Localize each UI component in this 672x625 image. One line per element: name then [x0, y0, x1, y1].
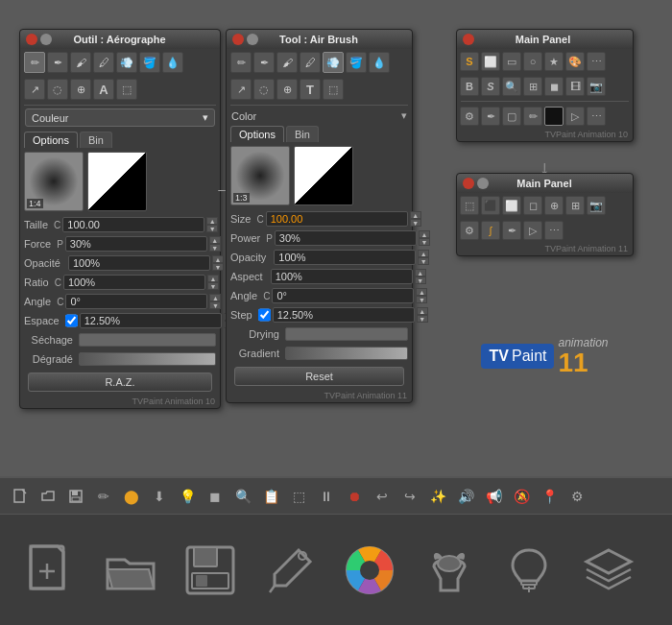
arrow-down-ratio[interactable]: ▼ — [207, 282, 219, 290]
param-arrows-aspect[interactable]: ▲ ▼ — [415, 269, 426, 284]
color-swatch-ab[interactable] — [294, 146, 353, 205]
arrow-up-taille[interactable]: ▲ — [206, 217, 218, 225]
mb-icon6[interactable]: ⊞ — [565, 196, 585, 215]
mt-icon-rect[interactable]: ⬜ — [481, 52, 500, 71]
mt-icon-s[interactable]: S — [460, 52, 479, 71]
st-transform[interactable]: ⬚ — [286, 484, 311, 509]
arrow-down-angle[interactable]: ▼ — [209, 301, 221, 309]
close-button-main-bottom[interactable] — [463, 178, 474, 189]
st-record[interactable]: ⏺ — [342, 484, 367, 509]
arrow-down-opacite[interactable]: ▼ — [212, 263, 224, 271]
mt-icon-circle[interactable]: ○ — [523, 52, 542, 71]
mt-icon-black[interactable] — [544, 107, 564, 126]
mt-icon-rect3[interactable]: ▢ — [502, 107, 521, 126]
color-dropdown[interactable]: Couleur ▾ — [25, 108, 215, 127]
blur-icon[interactable]: ◌ — [47, 79, 68, 100]
gradient-bar[interactable] — [285, 347, 408, 360]
arrow-down-size[interactable]: ▼ — [410, 219, 421, 227]
param-arrows-force[interactable]: ▲ ▼ — [209, 236, 221, 252]
arrow-up-ratio[interactable]: ▲ — [207, 275, 219, 282]
ab-fill-icon[interactable]: 🪣 — [346, 52, 367, 73]
st-light[interactable]: 💡 — [175, 484, 200, 509]
param-value-opacite[interactable] — [68, 255, 210, 271]
ab-brush-icon[interactable]: 🖌 — [276, 52, 298, 73]
arrow-up-force[interactable]: ▲ — [209, 236, 221, 244]
lt-layers[interactable] — [577, 539, 639, 601]
mt-icon-b[interactable]: B — [460, 77, 479, 96]
mt-icon-paint[interactable]: 🎨 — [565, 52, 585, 71]
param-value-aspect[interactable] — [271, 269, 413, 284]
arrow-up-size[interactable]: ▲ — [410, 211, 421, 219]
arrow-down-step[interactable]: ▼ — [417, 315, 428, 323]
param-value-force[interactable] — [65, 236, 207, 252]
st-undo[interactable]: ↩ — [370, 484, 395, 509]
param-value-ratio[interactable] — [63, 275, 205, 290]
ab-clone-icon[interactable]: ⊕ — [276, 79, 298, 100]
st-list[interactable]: 📋 — [258, 484, 283, 509]
arrow-up-power[interactable]: ▲ — [419, 230, 430, 238]
tab-options-outil[interactable]: Options — [24, 132, 78, 148]
st-new-doc[interactable] — [8, 484, 33, 509]
ink-icon[interactable]: 🖊 — [93, 52, 114, 73]
minimize-button-airbrush[interactable] — [247, 34, 258, 45]
close-button-airbrush[interactable] — [232, 34, 244, 45]
param-checkbox-step[interactable] — [258, 308, 271, 322]
ab-smear-icon[interactable]: ↗ — [230, 79, 252, 100]
mb-icon12[interactable]: ⋯ — [544, 221, 564, 240]
param-value-opacity[interactable] — [274, 250, 416, 265]
arrow-up-aspect[interactable]: ▲ — [415, 269, 426, 276]
drying-bar[interactable] — [285, 327, 408, 341]
mb-icon9[interactable]: ∫ — [481, 221, 500, 240]
st-volume[interactable]: 📢 — [481, 484, 506, 509]
arrow-down-force[interactable]: ▼ — [209, 244, 221, 252]
param-arrows-step[interactable]: ▲ ▼ — [417, 307, 428, 323]
arrow-up-ab-angle[interactable]: ▲ — [416, 288, 427, 296]
tab-options-ab[interactable]: Options — [230, 126, 284, 142]
arrow-up-step[interactable]: ▲ — [417, 307, 428, 315]
lt-stamp[interactable] — [418, 539, 480, 601]
st-save[interactable] — [63, 484, 88, 509]
lt-open-folder[interactable] — [99, 539, 161, 601]
param-value-step[interactable] — [273, 307, 415, 323]
eraser-icon[interactable]: ✒ — [47, 52, 68, 73]
mb-icon2[interactable]: ⬛ — [481, 196, 500, 215]
st-eyedropper[interactable]: ✏ — [91, 484, 116, 509]
mt-icon-rect2[interactable]: ▭ — [502, 52, 521, 71]
arrow-down-power[interactable]: ▼ — [419, 238, 430, 246]
close-button-main-top[interactable] — [463, 34, 474, 45]
color-swatch-outil[interactable] — [87, 152, 147, 211]
st-mute[interactable]: 🔕 — [509, 484, 534, 509]
ab-eye-icon[interactable]: 💧 — [369, 52, 390, 73]
arrow-down-taille[interactable]: ▼ — [206, 225, 218, 232]
arrow-up-opacite[interactable]: ▲ — [212, 255, 224, 263]
mt-icon-extra[interactable]: ⋯ — [587, 52, 606, 71]
ab-ink-icon[interactable]: 🖊 — [300, 52, 321, 73]
arrow-up-angle[interactable]: ▲ — [209, 294, 221, 301]
pencil-icon[interactable]: ✏ — [24, 52, 45, 73]
ab-pencil-icon[interactable]: ✏ — [230, 52, 252, 73]
tab-bin-outil[interactable]: Bin — [80, 132, 112, 148]
st-import[interactable]: ⬇ — [147, 484, 172, 509]
mt-icon-search[interactable]: 🔍 — [502, 77, 521, 96]
mt-icon-dots[interactable]: ⋯ — [587, 107, 606, 126]
st-audio[interactable]: 🔊 — [453, 484, 478, 509]
param-arrows-angle[interactable]: ▲ ▼ — [209, 294, 221, 309]
lt-color-wheel[interactable] — [338, 539, 400, 601]
param-value-ab-angle[interactable] — [272, 288, 414, 303]
mt-icon-cam[interactable]: 📷 — [587, 77, 606, 96]
arrow-down-aspect[interactable]: ▼ — [415, 276, 426, 284]
mb-icon7[interactable]: 📷 — [587, 196, 606, 215]
param-value-taille[interactable] — [62, 217, 204, 232]
fill-icon[interactable]: 🪣 — [139, 52, 160, 73]
param-checkbox-espace[interactable] — [65, 314, 78, 327]
st-layers[interactable]: ◼ — [203, 484, 228, 509]
param-value-size[interactable] — [266, 211, 408, 227]
arrow-down-opacity[interactable]: ▼ — [418, 257, 429, 265]
param-arrows-opacite[interactable]: ▲ ▼ — [212, 255, 224, 271]
ab-select-icon[interactable]: ⬚ — [323, 79, 344, 100]
lt-lightbulb[interactable] — [497, 539, 560, 601]
ab-text-icon[interactable]: T — [300, 79, 321, 100]
st-gear[interactable]: ⚙ — [564, 484, 589, 509]
tab-bin-ab[interactable]: Bin — [286, 126, 319, 142]
close-button[interactable] — [26, 34, 37, 45]
